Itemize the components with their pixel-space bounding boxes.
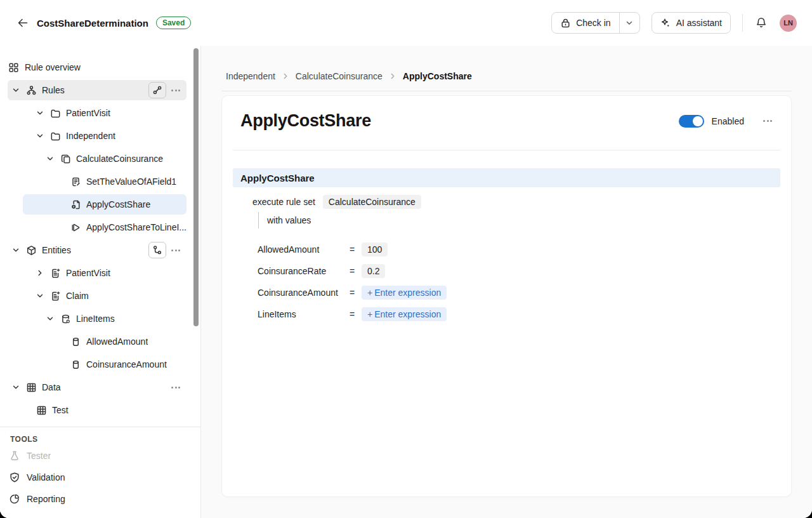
sidebar-item-setthevalueofafield1[interactable]: SetTheValueOfAField1 [0,170,200,193]
notifications-button[interactable] [754,16,768,30]
value-chip[interactable]: 100 [362,242,388,256]
data-more-button[interactable] [170,384,181,391]
rules-more-button[interactable] [170,87,181,94]
top-header: CostShareDetermination Saved Check in AI… [0,0,812,46]
tools-heading: TOOLS [0,435,200,445]
link-icon [152,85,162,95]
chevron-down-icon[interactable] [11,86,20,94]
rules-link-button[interactable] [148,82,166,98]
bell-icon [755,17,768,29]
assignment-row: AllowedAmount = 100 [258,242,780,257]
chevron-right-icon[interactable] [36,269,44,277]
flask-icon [9,450,20,462]
sidebar-item-calculatecoinsurance[interactable]: CalculateCoinsurance [0,147,200,170]
plus-icon: + [367,309,372,319]
sidebar-item-independent[interactable]: Independent [0,124,200,147]
enter-expression-chip[interactable]: +Enter expression [362,286,447,300]
sidebar-scrollbar[interactable] [193,48,199,326]
sidebar-item-patientvisit-rules[interactable]: PatientVisit [0,102,200,124]
sidebar-item-coinsuranceamount[interactable]: CoinsuranceAmount [0,353,200,376]
assignment-name: CoinsuranceAmount [258,288,350,298]
database-icon [70,359,81,370]
ai-assistant-button[interactable]: AI assistant [652,12,731,34]
rule-block-header: ApplyCostShare [233,168,780,187]
rule-block: ApplyCostShare execute rule set Calculat… [233,168,780,322]
page-title: ApplyCostShare [240,111,371,131]
grid-icon [8,62,19,73]
check-in-dropdown-button[interactable] [619,13,639,33]
back-arrow-icon [16,17,29,29]
sidebar-item-applycostsharetolineitems[interactable]: ApplyCostShareToLineI... [0,216,200,239]
avatar[interactable]: LN [780,15,797,32]
execute-rule-set-label: execute rule set [252,197,315,207]
check-in-split-button: Check in [551,12,639,34]
value-chip[interactable]: 0.2 [362,264,385,278]
tool-tester[interactable]: Tester [0,445,200,467]
chevron-down-icon[interactable] [11,246,20,254]
play-outline-icon [70,222,81,233]
enabled-toggle[interactable] [679,115,704,128]
rule-set-chip[interactable]: CalculateCoinsurance [323,195,421,209]
shield-check-icon [9,472,20,483]
sidebar-item-test[interactable]: Test [0,399,200,422]
chevron-down-icon[interactable] [36,292,44,300]
assignment-row: LineItems = +Enter expression [258,307,780,322]
sidebar-item-rule-overview[interactable]: Rule overview [0,56,200,79]
tool-label: Reporting [27,494,65,504]
breadcrumb-item[interactable]: CalculateCoinsurance [296,71,383,81]
chevron-down-icon[interactable] [46,155,55,163]
breadcrumb-item[interactable]: Independent [226,71,275,81]
chevron-down-icon[interactable] [46,315,55,322]
enter-expression-label: Enter expression [374,288,441,298]
rule-more-button[interactable] [762,117,773,124]
enter-expression-label: Enter expression [374,309,441,319]
tool-validation[interactable]: Validation [0,467,200,488]
entities-diagram-button[interactable] [148,242,166,258]
hierarchy-icon [25,85,37,96]
check-in-button[interactable]: Check in [552,13,619,33]
enter-expression-chip[interactable]: +Enter expression [362,307,447,321]
tools-panel: TOOLS Tester Validation Reporting [0,427,200,518]
cube-icon [25,245,37,256]
sidebar-section-entities[interactable]: Entities [8,240,187,260]
main-area: Independent CalculateCoinsurance ApplyCo… [201,46,812,518]
assignment-row: CoinsuranceRate = 0.2 [258,263,780,279]
back-button[interactable] [15,15,30,30]
sidebar-item-label: Rule overview [25,62,81,72]
sidebar-item-lineitems[interactable]: LineItems [0,307,200,330]
sidebar-tree: Rule overview Rules PatientVisit Inde [0,46,200,427]
sidebar-section-data[interactable]: Data [8,377,187,397]
check-in-label: Check in [576,18,610,28]
breadcrumb-item-current: ApplyCostShare [403,71,472,81]
table-icon [25,382,37,393]
document-edit-icon [70,176,81,187]
sparkles-icon [660,18,671,29]
node-link-icon [152,245,162,255]
chevron-down-icon[interactable] [36,109,44,117]
sidebar: Rule overview Rules PatientVisit Inde [0,46,201,518]
chevron-down-icon[interactable] [11,383,20,391]
database-plus-icon [60,314,71,324]
sidebar-item-applycostshare[interactable]: ApplyCostShare [23,194,187,215]
breadcrumb: Independent CalculateCoinsurance ApplyCo… [226,71,472,81]
with-values-label: with values [258,212,780,229]
document-gear-icon [70,199,81,210]
lock-icon [560,18,571,29]
plus-icon: + [367,288,372,298]
database-icon [70,336,81,347]
sidebar-item-patientvisit-entity[interactable]: PatientVisit [0,262,200,284]
enabled-label: Enabled [712,116,744,126]
sidebar-item-allowedamount[interactable]: AllowedAmount [0,330,200,353]
tool-reporting[interactable]: Reporting [0,488,200,510]
sidebar-section-label: Entities [42,245,71,255]
sidebar-item-claim[interactable]: Claim [0,284,200,307]
entities-more-button[interactable] [170,247,181,254]
assignments: AllowedAmount = 100 CoinsuranceRate = 0.… [233,242,780,322]
tool-label: Tester [27,451,51,461]
header-divider [742,14,743,32]
chevron-down-icon[interactable] [36,132,44,140]
sidebar-section-rules[interactable]: Rules [8,80,187,100]
pie-chart-icon [9,493,20,505]
assignment-row: CoinsuranceAmount = +Enter expression [258,285,780,300]
app-title: CostShareDetermination [37,18,148,29]
